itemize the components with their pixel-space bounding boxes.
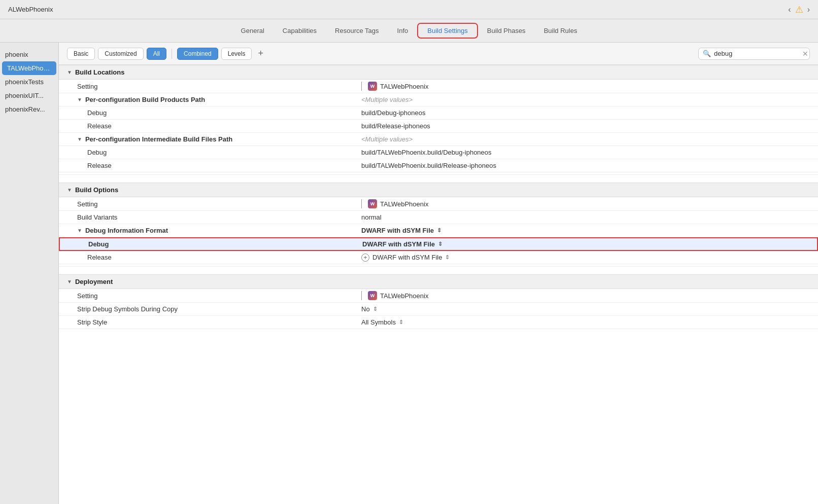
section-header-build-locations[interactable]: ▼ Build Locations [59, 65, 818, 80]
main-layout: phoenix TALWebPhoenix phoenixTests phoen… [0, 43, 818, 504]
debug-info-release-value-text: DWARF with dSYM File [372, 254, 442, 261]
tab-capabilities[interactable]: Capabilities [274, 23, 326, 39]
sidebar-item-talwebphoenix[interactable]: TALWebPhoenix [2, 61, 56, 75]
target-icon: W [368, 82, 377, 91]
strip-debug-symbols-row[interactable]: Strip Debug Symbols During Copy No ⇕ [59, 303, 818, 316]
search-input[interactable] [714, 50, 799, 57]
build-products-path-row[interactable]: ▼ Per-configuration Build Products Path … [59, 93, 818, 106]
target-icon-2: W [368, 199, 377, 208]
strip-style-value: All Symbols ⇕ [353, 316, 818, 328]
debug-info-release-label: Release [59, 251, 353, 263]
target-name-3: TALWebPhoenix [380, 292, 428, 300]
build-products-release-row[interactable]: Release build/Release-iphoneos [59, 120, 818, 133]
build-products-debug-row[interactable]: Debug build/Debug-iphoneos [59, 106, 818, 120]
filter-basic-button[interactable]: Basic [67, 48, 95, 60]
col-separator-3 [361, 291, 362, 300]
setting-label-text: Setting [77, 83, 97, 90]
title-bar: ALWebPhoenix ‹ ⚠ › [0, 0, 818, 19]
nav-controls: ‹ ⚠ › [788, 4, 810, 15]
build-options-setting-text: Setting [77, 200, 97, 208]
debug-label: Debug [59, 107, 353, 119]
debug-info-format-value: DWARF with dSYM File ⇕ [353, 225, 818, 236]
spacer-2 [59, 266, 818, 274]
group-value: <Multiple values> [353, 94, 818, 105]
triangle-icon-2: ▼ [67, 187, 72, 193]
filter-all-button[interactable]: All [147, 48, 166, 60]
strip-debug-symbols-label: Strip Debug Symbols During Copy [59, 303, 353, 315]
settings-scroll[interactable]: ▼ Build Locations Setting W TALWebPhoeni… [59, 65, 818, 504]
debug-info-format-row[interactable]: ▼ Debug Information Format DWARF with dS… [59, 224, 818, 237]
tab-build-rules[interactable]: Build Rules [535, 23, 587, 39]
tab-info[interactable]: Info [388, 23, 418, 39]
plus-circle-icon[interactable]: + [361, 254, 369, 262]
filter-separator [172, 49, 172, 59]
intermediate-debug-value: build/TALWebPhoenix.build/Debug-iphoneos [353, 147, 818, 158]
release-value: build/Release-iphoneos [353, 120, 818, 132]
sidebar-item-phoenixtests[interactable]: phoenixTests [0, 75, 58, 89]
stepper-icon-strip[interactable]: ⇕ [373, 306, 378, 312]
debug-info-format-group-name: ▼ Debug Information Format [59, 225, 353, 236]
section-title-deployment: Deployment [75, 278, 113, 285]
deployment-setting-label: Setting [59, 290, 353, 302]
strip-style-row[interactable]: Strip Style All Symbols ⇕ [59, 316, 818, 329]
deployment-setting-value: W TALWebPhoenix [353, 289, 818, 302]
filter-add-button[interactable]: + [255, 48, 266, 59]
build-options-setting-value: W TALWebPhoenix [353, 197, 818, 210]
group-value-text: <Multiple values> [361, 96, 413, 103]
intermediate-path-row[interactable]: ▼ Per-configuration Intermediate Build F… [59, 133, 818, 146]
search-box: 🔍 ✕ [698, 48, 810, 60]
sidebar-item-phoenix[interactable]: phoenix [0, 48, 58, 61]
debug-value: build/Debug-iphoneos [353, 107, 818, 119]
intermediate-debug-row[interactable]: Debug build/TALWebPhoenix.build/Debug-ip… [59, 146, 818, 159]
tab-general[interactable]: General [232, 23, 274, 39]
target-name: TALWebPhoenix [380, 83, 428, 90]
clear-search-button[interactable]: ✕ [802, 50, 808, 58]
build-variants-row[interactable]: Build Variants normal [59, 211, 818, 224]
intermediate-release-row[interactable]: Release build/TALWebPhoenix.build/Releas… [59, 159, 818, 172]
setting-label: Setting [59, 81, 353, 92]
nav-forward-button[interactable]: › [807, 5, 810, 14]
col-separator [361, 82, 362, 91]
sidebar-item-phoenixuit[interactable]: phoenixUIT... [0, 89, 58, 102]
col-separator-2 [361, 199, 362, 208]
section-header-deployment[interactable]: ▼ Deployment [59, 274, 818, 289]
debug-info-release-row[interactable]: Release + DWARF with dSYM File ⇕ [59, 251, 818, 264]
stepper-icon-style[interactable]: ⇕ [399, 319, 403, 326]
filter-levels-button[interactable]: Levels [221, 48, 252, 60]
setting-value: W TALWebPhoenix [353, 80, 818, 93]
build-options-header-row: Setting W TALWebPhoenix [59, 197, 818, 211]
build-variants-label: Build Variants [59, 211, 353, 223]
section-title-build-locations: Build Locations [75, 68, 125, 76]
strip-debug-symbols-value: No ⇕ [353, 303, 818, 315]
stepper-icon[interactable]: ⇕ [437, 227, 441, 234]
debug-info-format-label: Debug Information Format [85, 227, 168, 234]
triangle-icon-3: ▼ [67, 279, 72, 284]
stepper-icon-release[interactable]: ⇕ [445, 254, 450, 261]
debug-info-debug-value: DWARF with dSYM File ⇕ [354, 238, 817, 250]
tab-build-phases[interactable]: Build Phases [478, 23, 535, 39]
tab-build-settings[interactable]: Build Settings [417, 23, 478, 39]
section-build-locations: ▼ Build Locations Setting W TALWebPhoeni… [59, 65, 818, 172]
intermediate-debug-label: Debug [59, 147, 353, 158]
tab-resource-tags[interactable]: Resource Tags [326, 23, 388, 39]
section-build-options: ▼ Build Options Setting W TALWebPhoenix [59, 183, 818, 264]
intermediate-group-value: <Multiple values> [353, 133, 818, 145]
target-name-2: TALWebPhoenix [380, 200, 428, 208]
group-label: Per-configuration Build Products Path [85, 96, 205, 103]
debug-info-debug-row[interactable]: Debug DWARF with dSYM File ⇕ [59, 237, 818, 251]
tab-bar: General Capabilities Resource Tags Info … [0, 19, 818, 43]
intermediate-group-name: ▼ Per-configuration Intermediate Build F… [59, 133, 353, 145]
stepper-icon-debug[interactable]: ⇕ [438, 241, 442, 247]
deployment-header-row: Setting W TALWebPhoenix [59, 289, 818, 303]
section-title-build-options: Build Options [75, 186, 118, 194]
content-area: Basic Customized All Combined Levels + 🔍… [59, 43, 818, 504]
filter-customized-button[interactable]: Customized [98, 48, 143, 60]
filter-combined-button[interactable]: Combined [177, 48, 218, 60]
group-name: ▼ Per-configuration Build Products Path [59, 94, 353, 105]
intermediate-group-value-text: <Multiple values> [361, 135, 413, 143]
build-variants-value: normal [353, 211, 818, 223]
section-header-build-options[interactable]: ▼ Build Options [59, 183, 818, 197]
nav-back-button[interactable]: ‹ [788, 5, 791, 14]
sub-triangle-icon-3: ▼ [77, 228, 82, 233]
sidebar-item-phoenixrev[interactable]: phoenixRev... [0, 102, 58, 116]
